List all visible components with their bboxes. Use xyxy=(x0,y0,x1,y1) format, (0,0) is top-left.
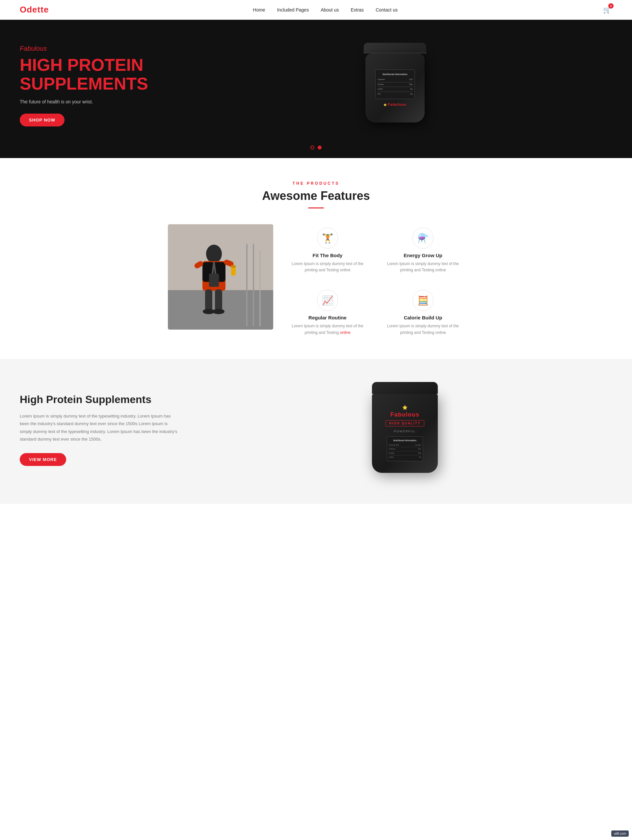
fit-body-icon: 🏋️ xyxy=(322,233,333,244)
hero-description: The future of health is on your wrist. xyxy=(20,99,178,104)
section-divider xyxy=(308,207,324,208)
product-desc: Lorem Ipsum is simply dummy text of the … xyxy=(20,412,178,443)
svg-point-15 xyxy=(213,309,224,314)
cart-badge: 2 xyxy=(608,3,613,9)
jar-label-title: Nutritional Information xyxy=(378,73,413,76)
regular-routine-icon: 📈 xyxy=(322,295,333,306)
calorie-build-icon: 🧮 xyxy=(418,295,429,306)
product-jar-sub: POWERFUL xyxy=(394,430,416,433)
regular-routine-name: Regular Routine xyxy=(290,315,366,321)
fit-body-icon-wrap: 🏋️ xyxy=(317,227,338,249)
hero-dots xyxy=(310,145,322,150)
energy-grow-name: Energy Grow Up xyxy=(385,253,461,258)
calorie-build-name: Calorie Build Up xyxy=(385,315,461,321)
jar-label: Nutritional Information Calories120 Prot… xyxy=(375,69,415,99)
nav-item-home[interactable]: Home xyxy=(253,7,265,13)
fit-body-desc: Lorem Ipsum is simply dummy text of the … xyxy=(290,261,366,273)
product-section: High Protein Supplements Lorem Ipsum is … xyxy=(0,359,632,504)
product-jar-lid xyxy=(372,382,438,394)
jar-label-row: Protein25g xyxy=(378,82,413,87)
feature-energy-grow: ⚗️ Energy Grow Up Lorem Ipsum is simply … xyxy=(382,224,464,276)
dot-2[interactable] xyxy=(318,145,322,150)
feature-calorie-build: 🧮 Calorie Build Up Lorem Ipsum is simply… xyxy=(382,286,464,339)
energy-grow-icon: ⚗️ xyxy=(418,233,429,244)
jar-lid xyxy=(364,43,426,53)
feature-fit-body: 🏋️ Fit The Body Lorem Ipsum is simply du… xyxy=(286,224,369,276)
nav-item-included-pages[interactable]: Included Pages xyxy=(277,7,309,13)
routine-link[interactable]: online xyxy=(340,330,351,335)
svg-rect-12 xyxy=(205,289,212,311)
dot-1[interactable] xyxy=(310,145,314,150)
hero-section: Fabulous HIGH PROTEIN SUPPLEMENTS The fu… xyxy=(0,20,632,158)
svg-point-5 xyxy=(206,245,222,263)
product-jar-brand: Fabulous xyxy=(390,411,419,418)
nav-links: Home Included Pages About us Extras Cont… xyxy=(253,7,398,13)
product-jar-quality: High QUALITY xyxy=(385,420,424,426)
feature-cards: 🏋️ Fit The Body Lorem Ipsum is simply du… xyxy=(286,224,464,339)
product-nutrition-title: Nutritional Information xyxy=(389,439,421,442)
navbar: Odette Home Included Pages About us Extr… xyxy=(0,0,632,20)
feature-regular-routine: 📈 Regular Routine Lorem Ipsum is simply … xyxy=(286,286,369,339)
svg-rect-11 xyxy=(231,265,236,268)
svg-rect-10 xyxy=(231,266,236,276)
regular-routine-icon-wrap: 📈 xyxy=(317,290,338,311)
hero-content: Fabulous HIGH PROTEIN SUPPLEMENTS The fu… xyxy=(20,45,178,126)
cart-button[interactable]: 🛒 2 xyxy=(602,5,612,15)
section-title: Awesome Features xyxy=(20,189,612,203)
calorie-build-icon-wrap: 🧮 xyxy=(413,290,433,311)
svg-rect-13 xyxy=(215,289,222,311)
hero-subtitle: Fabulous xyxy=(20,45,178,52)
section-tag: THE PRODUCTS xyxy=(20,181,612,186)
protein-jar: Nutritional Information Calories120 Prot… xyxy=(359,43,431,128)
hero-title: HIGH PROTEIN SUPPLEMENTS xyxy=(20,56,178,93)
product-jar-nutrition: Nutritional Information Serving Size1 sc… xyxy=(387,436,423,461)
jar-brand: ⭐Fabulous xyxy=(383,103,407,106)
product-jar: ⭐ Fabulous High QUALITY POWERFUL Nutriti… xyxy=(366,382,444,477)
nav-item-extras[interactable]: Extras xyxy=(351,7,364,13)
calorie-build-desc: Lorem Ipsum is simply dummy text of the … xyxy=(385,323,461,336)
hero-title-line1: HIGH xyxy=(20,55,67,74)
jar-label-row: Calories120 xyxy=(378,77,413,82)
jar-label-row: Carbs5g xyxy=(378,87,413,92)
gym-svg xyxy=(168,224,273,330)
nav-item-about-us[interactable]: About us xyxy=(321,7,339,13)
jar-body: Nutritional Information Calories120 Prot… xyxy=(366,53,425,123)
energy-grow-icon-wrap: ⚗️ xyxy=(413,227,433,249)
features-grid: 🏋️ Fit The Body Lorem Ipsum is simply du… xyxy=(168,224,464,339)
product-jar-label-icon: ⭐ xyxy=(402,405,408,410)
svg-rect-18 xyxy=(209,274,219,287)
regular-routine-desc: Lorem Ipsum is simply dummy text of the … xyxy=(290,323,366,336)
hero-image: Nutritional Information Calories120 Prot… xyxy=(178,43,612,128)
product-image-wrap: ⭐ Fabulous High QUALITY POWERFUL Nutriti… xyxy=(197,382,612,477)
energy-grow-desc: Lorem Ipsum is simply dummy text of the … xyxy=(385,261,461,273)
product-text: High Protein Supplements Lorem Ipsum is … xyxy=(20,393,178,466)
product-title: High Protein Supplements xyxy=(20,393,178,406)
product-jar-body: ⭐ Fabulous High QUALITY POWERFUL Nutriti… xyxy=(372,394,438,473)
jar-label-row: Fat2g xyxy=(378,92,413,96)
view-more-button[interactable]: VIEW MORE xyxy=(20,453,66,466)
nav-item-contact-us[interactable]: Contact us xyxy=(375,7,398,13)
logo[interactable]: Odette xyxy=(20,5,49,15)
fit-body-name: Fit The Body xyxy=(290,253,366,258)
gym-photo xyxy=(168,224,273,330)
features-image xyxy=(168,224,273,330)
shop-now-button[interactable]: SHOP NOW xyxy=(20,114,65,126)
hero-title-accent: PROTEIN xyxy=(67,55,143,74)
features-section: THE PRODUCTS Awesome Features xyxy=(0,158,632,359)
hero-title-line2: SUPPLEMENTS xyxy=(20,74,148,93)
